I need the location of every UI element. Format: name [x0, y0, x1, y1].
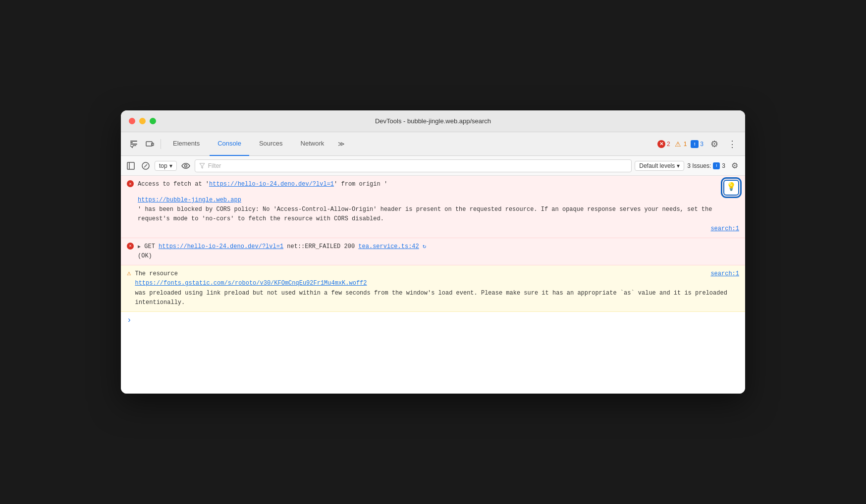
- console-content: ✕ Access to fetch at 'https://hello-io-2…: [121, 176, 745, 394]
- get-label: GET: [144, 243, 159, 250]
- filter-input[interactable]: Filter: [195, 159, 632, 172]
- warning-icon: ⚠: [674, 140, 682, 148]
- error-status: net::ERR_FAILED 200: [287, 243, 358, 250]
- warn-content-1: The resource search:1 https://fonts.gsta…: [135, 269, 739, 307]
- title-bar: DevTools - bubble-jingle.web.app/search: [121, 110, 745, 132]
- svg-rect-0: [130, 141, 137, 142]
- minimize-button[interactable]: [139, 118, 146, 124]
- error-body-text-1: ' has been blocked by CORS policy: No 'A…: [138, 205, 739, 224]
- error-source-link-1[interactable]: search:1: [710, 224, 739, 234]
- ok-text: (OK): [138, 252, 739, 261]
- svg-rect-1: [130, 142, 133, 143]
- close-button[interactable]: [129, 118, 135, 124]
- tab-network[interactable]: Network: [293, 132, 332, 156]
- issues-count-label: 3 Issues: ! 3: [687, 162, 725, 169]
- sidebar-toggle-icon[interactable]: [125, 160, 137, 172]
- window-title: DevTools - bubble-jingle.web.app/search: [375, 117, 491, 125]
- context-selector[interactable]: top ▾: [155, 161, 177, 171]
- svg-point-9: [184, 164, 187, 167]
- console-prompt[interactable]: ›: [121, 312, 745, 329]
- console-toolbar: top ▾ Filter Default levels ▾ 3 Issues: …: [121, 156, 745, 176]
- error-content-2: ▶ GET https://hello-io-24.deno.dev/?lvl=…: [138, 242, 739, 261]
- chevron-down-icon: ▾: [677, 162, 680, 169]
- svg-rect-5: [127, 162, 134, 169]
- warn-source-link[interactable]: search:1: [710, 269, 739, 279]
- svg-rect-2: [130, 144, 137, 145]
- kebab-menu-icon[interactable]: ⋮: [725, 137, 739, 151]
- issues-badge-toolbar[interactable]: ! 3: [691, 140, 704, 148]
- settings-icon[interactable]: ⚙: [707, 137, 721, 151]
- error-message-1: ✕ Access to fetch at 'https://hello-io-2…: [121, 176, 745, 238]
- error-icon-row1: ✕: [127, 180, 134, 234]
- svg-line-8: [144, 164, 147, 167]
- console-settings-icon[interactable]: ⚙: [728, 159, 741, 172]
- error-text-prefix-1: Access to fetch at ': [138, 181, 209, 188]
- error-url-1[interactable]: https://hello-io-24.deno.dev/?lvl=1: [209, 181, 334, 188]
- tab-console[interactable]: Console: [210, 132, 249, 156]
- error-origin-url[interactable]: https://bubble-jingle.web.app: [138, 197, 241, 203]
- warn-text-prefix: The resource: [135, 269, 177, 279]
- error-content-1: Access to fetch at 'https://hello-io-24.…: [138, 180, 739, 234]
- get-url[interactable]: https://hello-io-24.deno.dev/?lvl=1: [159, 243, 283, 250]
- warning-badge[interactable]: ⚠ 1: [674, 140, 687, 148]
- svg-rect-4: [152, 143, 154, 146]
- maximize-button[interactable]: [150, 118, 156, 124]
- prompt-chevron: ›: [127, 316, 132, 325]
- devtools-window: DevTools - bubble-jingle.web.app/search …: [121, 110, 745, 394]
- error-message-2: ✕ ▶ GET https://hello-io-24.deno.dev/?lv…: [121, 238, 745, 265]
- triangle-expand-icon[interactable]: ▶: [138, 244, 141, 250]
- toolbar-right: ✕ 2 ⚠ 1 ! 3 ⚙ ⋮: [657, 137, 739, 151]
- issues-badge-icon: !: [713, 162, 720, 169]
- error-icon-row2: ✕: [127, 243, 134, 261]
- chevron-down-icon: ▾: [169, 162, 172, 169]
- issues-icon: !: [691, 140, 699, 148]
- cursor-icon[interactable]: [127, 137, 141, 151]
- tab-elements[interactable]: Elements: [165, 132, 208, 156]
- tab-sources[interactable]: Sources: [251, 132, 291, 156]
- warn-body-text: was preloaded using link preload but not…: [135, 289, 739, 307]
- responsive-icon[interactable]: [143, 137, 157, 151]
- error-badge[interactable]: ✕ 2: [657, 140, 670, 148]
- more-tabs-button[interactable]: ≫: [334, 138, 349, 150]
- svg-rect-3: [146, 142, 152, 146]
- warning-message-1: ⚠ The resource search:1 https://fonts.gs…: [121, 265, 745, 312]
- lightbulb-button[interactable]: 💡: [723, 180, 739, 196]
- error-icon: ✕: [657, 140, 665, 148]
- clear-console-icon[interactable]: [140, 160, 152, 172]
- svg-marker-10: [200, 163, 205, 168]
- eye-icon[interactable]: [180, 160, 192, 172]
- tea-service-link[interactable]: tea.service.ts:42: [358, 243, 419, 250]
- warn-icon-row1: ⚠: [127, 270, 131, 307]
- toolbar-divider: [161, 139, 161, 149]
- font-url[interactable]: https://fonts.gstatic.com/s/roboto/v30/K…: [135, 280, 367, 287]
- log-levels-selector[interactable]: Default levels ▾: [635, 161, 684, 171]
- traffic-lights: [129, 118, 156, 124]
- error-text-mid-1: ' from origin ': [334, 181, 387, 188]
- main-toolbar: Elements Console Sources Network ≫ ✕ 2 ⚠…: [121, 132, 745, 156]
- refresh-icon: ↻: [423, 243, 426, 250]
